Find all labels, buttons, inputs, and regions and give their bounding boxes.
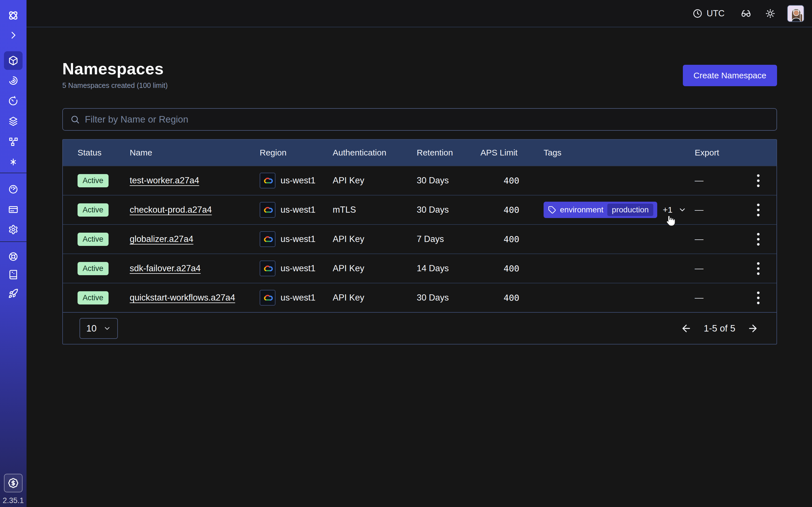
export-value: —	[695, 293, 740, 303]
export-value: —	[695, 234, 740, 244]
retention-value: 30 Days	[417, 205, 480, 215]
sidebar-item-billing[interactable]	[4, 200, 22, 219]
main-content: Namespaces 5 Namespaces created (100 lim…	[62, 27, 777, 344]
chevron-down-icon[interactable]	[678, 206, 687, 214]
row-menu-button[interactable]	[750, 289, 767, 307]
aps-limit-value: 400	[480, 263, 544, 274]
sidebar-item-deployments[interactable]	[4, 132, 22, 151]
tags-more-count: +1	[663, 205, 672, 215]
status-badge: Active	[78, 203, 109, 217]
namespaces-table: Status Name Region Authentication Retent…	[62, 139, 777, 344]
sidebar-divider	[0, 241, 27, 242]
clock-icon	[693, 8, 703, 18]
namespace-link[interactable]: checkout-prod.a27a4	[130, 205, 212, 215]
col-status: Status	[63, 148, 130, 158]
temporal-logo-icon[interactable]	[4, 6, 22, 25]
auth-value: API Key	[333, 234, 417, 244]
region-label: us-west1	[281, 234, 315, 244]
sidebar-item-schedules[interactable]	[4, 92, 22, 110]
tag-key: environment	[560, 205, 603, 214]
sidebar-item-settings[interactable]	[4, 220, 22, 239]
namespace-link[interactable]: test-worker.a27a4	[130, 175, 199, 185]
branch-icon	[8, 136, 18, 147]
table-row: Active checkout-prod.a27a4 us-west1 mTLS…	[63, 195, 776, 224]
cube-icon	[8, 55, 18, 66]
sidebar-item-nexus[interactable]	[4, 153, 22, 171]
region-label: us-west1	[281, 293, 315, 303]
export-value: —	[695, 263, 740, 274]
spiral-icon	[8, 75, 18, 86]
row-menu-button[interactable]	[750, 201, 767, 219]
table-row: Active globalizer.a27a4 us-west1 API Key…	[63, 224, 776, 253]
namespace-link[interactable]: globalizer.a27a4	[130, 234, 193, 244]
asterisk-icon	[8, 157, 18, 167]
avatar[interactable]	[787, 5, 804, 22]
prev-page-button[interactable]	[680, 323, 692, 334]
status-badge: Active	[78, 262, 109, 275]
auth-value: mTLS	[333, 205, 417, 215]
app-screen: 2.35.1 UTC Namespaces 5 Namespaces creat	[0, 0, 812, 507]
auth-value: API Key	[333, 263, 417, 274]
gcp-cloud-icon	[260, 290, 275, 305]
row-menu-button[interactable]	[750, 230, 767, 248]
aps-limit-value: 400	[480, 205, 544, 215]
status-badge: Active	[78, 233, 109, 246]
billing-badge-button[interactable]	[4, 474, 22, 492]
badge-dollar-icon	[8, 478, 18, 489]
app-version: 2.35.1	[0, 496, 27, 505]
gcp-cloud-icon	[260, 231, 275, 247]
sidebar-item-support[interactable]	[4, 247, 22, 266]
book-sparkle-icon	[8, 270, 18, 280]
next-page-button[interactable]	[747, 323, 758, 334]
table-row: Active quickstart-workflows.a27a4 us-wes…	[63, 283, 776, 312]
layers-icon	[8, 116, 18, 126]
tag-chip[interactable]: environment production	[544, 202, 657, 218]
credit-card-icon	[8, 205, 18, 215]
aps-limit-value: 400	[480, 293, 544, 303]
sidebar-item-namespaces[interactable]	[4, 51, 22, 70]
table-row: Active sdk-failover.a27a4 us-west1 API K…	[63, 253, 776, 283]
table-footer: 10 1-5 of 5	[63, 312, 776, 344]
tag-icon	[548, 206, 556, 214]
row-menu-button[interactable]	[750, 260, 767, 278]
table-row: Active test-worker.a27a4 us-west1 API Ke…	[63, 166, 776, 195]
sidebar-item-workflows[interactable]	[4, 71, 22, 90]
namespace-link[interactable]: quickstart-workflows.a27a4	[130, 293, 235, 302]
retention-value: 7 Days	[417, 234, 480, 244]
auth-value: API Key	[333, 293, 417, 303]
retention-value: 14 Days	[417, 263, 480, 274]
sidebar-expand-button[interactable]	[4, 26, 22, 45]
timer-icon	[8, 96, 18, 106]
page-title: Namespaces	[62, 59, 168, 78]
page-subtitle: 5 Namespaces created (100 limit)	[62, 81, 168, 90]
col-tags: Tags	[544, 148, 695, 158]
status-badge: Active	[78, 291, 109, 304]
sidebar-item-usage[interactable]	[4, 180, 22, 199]
col-authentication: Authentication	[333, 148, 417, 158]
timezone-selector[interactable]: UTC	[693, 8, 725, 18]
table-header: Status Name Region Authentication Retent…	[63, 140, 776, 166]
export-value: —	[695, 175, 740, 186]
auth-value: API Key	[333, 175, 417, 186]
filter-input[interactable]	[85, 114, 769, 125]
sidebar-item-batch-operations[interactable]	[4, 112, 22, 131]
col-aps-limit: APS Limit	[480, 148, 544, 158]
page-size-value: 10	[86, 323, 97, 334]
region-label: us-west1	[281, 205, 315, 215]
topbar: UTC	[27, 0, 812, 27]
sidebar-item-docs[interactable]	[4, 265, 22, 284]
labs-glasses-icon[interactable]	[741, 8, 751, 18]
search-icon	[70, 115, 80, 124]
page-size-select[interactable]: 10	[80, 318, 118, 339]
tags-cell: environment production +1	[544, 202, 695, 218]
namespace-link[interactable]: sdk-failover.a27a4	[130, 263, 201, 273]
rocket-icon	[8, 288, 18, 298]
create-namespace-button[interactable]: Create Namespace	[683, 65, 777, 86]
sidebar-item-get-started[interactable]	[4, 284, 22, 303]
row-menu-button[interactable]	[750, 172, 767, 190]
pagination-range: 1-5 of 5	[704, 323, 735, 334]
col-retention: Retention	[417, 148, 480, 158]
col-region: Region	[260, 148, 333, 158]
theme-sun-icon[interactable]	[765, 8, 775, 18]
gcp-cloud-icon	[260, 173, 275, 188]
